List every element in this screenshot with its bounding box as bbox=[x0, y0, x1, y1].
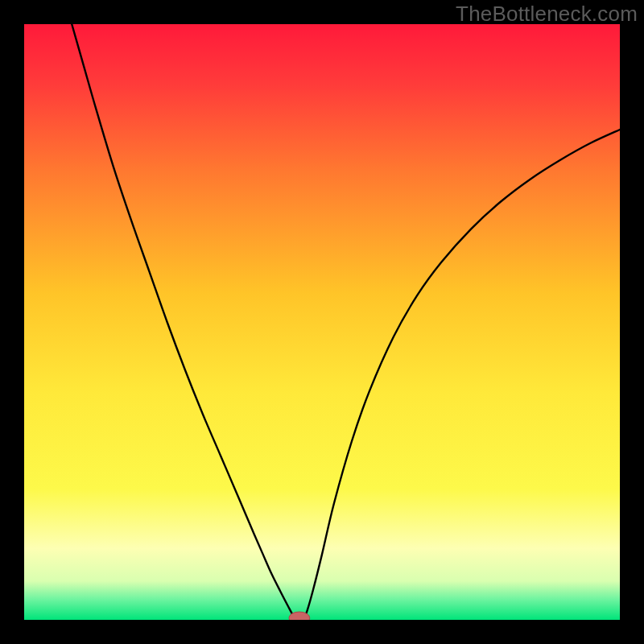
chart-frame: TheBottleneck.com bbox=[0, 0, 644, 644]
watermark-text: TheBottleneck.com bbox=[456, 2, 638, 27]
plot-area bbox=[24, 24, 620, 620]
chart-svg bbox=[24, 24, 620, 620]
gradient-background bbox=[24, 24, 620, 620]
